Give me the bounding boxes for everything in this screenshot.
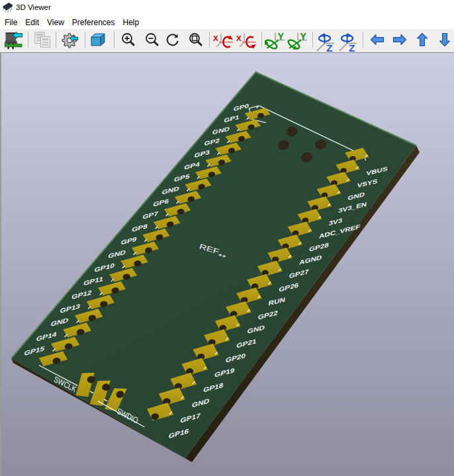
svg-text:Y: Y (300, 32, 307, 42)
svg-text:X: X (213, 34, 218, 42)
svg-text:Z: Z (326, 42, 333, 52)
svg-text:Z: Z (349, 42, 355, 52)
svg-text:Y: Y (278, 32, 285, 42)
svg-text:X: X (236, 34, 242, 42)
